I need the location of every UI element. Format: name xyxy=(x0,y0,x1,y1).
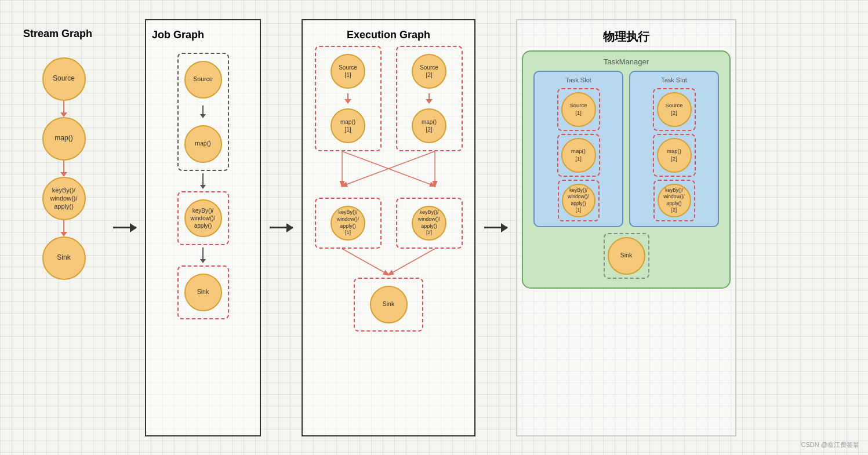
arrow-down-1 xyxy=(60,101,67,117)
stream-graph-section: Stream Graph Source map() keyBy()/window… xyxy=(17,19,110,436)
slot1-source-node: Source[1] xyxy=(561,92,596,127)
exec-map2-node: map()[2] xyxy=(412,108,446,143)
physical-sink-wrap: Sink xyxy=(530,233,722,279)
slot2-source-wrap: Source[2] xyxy=(653,88,696,131)
slot2-keyby-node: keyBy()/window()/apply()[2] xyxy=(658,184,691,217)
exec-col1-box: Source[1] map()[1] xyxy=(315,46,382,151)
svg-line-4 xyxy=(342,249,388,275)
task-slot-1: Task Slot Source[1] map()[1] keyBy()/win… xyxy=(533,71,623,227)
exec-sink-node: Sink xyxy=(370,286,408,323)
job-sink-node: Sink xyxy=(184,274,222,311)
arrow-exec-to-physical xyxy=(481,19,510,436)
exec-keyby1-node: keyBy()/window()/apply()[1] xyxy=(331,206,365,241)
execution-graph-title: Execution Graph xyxy=(347,29,430,41)
slot2-map-wrap: map()[2] xyxy=(653,134,696,177)
slot1-nodes: Source[1] map()[1] keyBy()/window()/appl… xyxy=(557,88,600,221)
slot2-map-node: map()[2] xyxy=(657,138,692,173)
job-keyby-node: keyBy()/window()/apply() xyxy=(184,199,222,237)
slot2-source-node: Source[2] xyxy=(657,92,692,127)
slot1-map-node: map()[1] xyxy=(561,138,596,173)
job-red-box-keyby: keyBy()/window()/apply() xyxy=(177,191,229,245)
arrow-down-3 xyxy=(60,220,67,236)
arrow-job-to-exec xyxy=(267,19,296,436)
slot1-source-wrap: Source[1] xyxy=(557,88,600,131)
stream-sink-node: Sink xyxy=(42,236,86,280)
exec-source1-node: Source[1] xyxy=(331,54,365,89)
job-source-node: Source xyxy=(184,61,222,99)
physical-title: 物理执行 xyxy=(603,29,649,45)
exec-sink-row: Sink xyxy=(307,278,470,332)
arrow-stream-to-job xyxy=(110,19,139,436)
stream-graph-title: Stream Graph xyxy=(23,28,92,40)
right-arrow-2 xyxy=(270,227,293,228)
job-arrow-3 xyxy=(200,247,206,263)
stream-keyby-node: keyBy()/window()/apply() xyxy=(42,177,86,220)
right-arrow-1 xyxy=(113,227,136,228)
job-map-node: map() xyxy=(184,125,222,163)
task-slots-row: Task Slot Source[1] map()[1] keyBy()/win… xyxy=(530,71,722,227)
exec-col2-box: Source[2] map()[2] xyxy=(396,46,463,151)
task-slot-2-title: Task Slot xyxy=(661,77,687,83)
physical-sink-node: Sink xyxy=(608,237,645,275)
execution-graph-section: Execution Graph Source[1] map()[1] Sourc… xyxy=(302,19,475,436)
svg-line-5 xyxy=(388,249,435,275)
right-arrow-3 xyxy=(484,227,507,228)
task-slot-2: Task Slot Source[2] map()[2] keyBy()/win… xyxy=(629,71,719,227)
stream-map-node: map() xyxy=(42,117,86,161)
physical-section: 物理执行 TaskManager Task Slot Source[1] map… xyxy=(516,19,736,436)
exec-keyby-row: keyBy()/window()/apply()[1] keyBy()/wind… xyxy=(307,198,470,249)
job-graph-inner: Source map() keyBy()/window()/apply() Si… xyxy=(152,53,254,319)
physical-sink-box: Sink xyxy=(604,233,649,279)
arrows-to-sink-svg xyxy=(307,249,470,278)
job-arrow-2 xyxy=(200,173,206,189)
exec-sink-box: Sink xyxy=(354,278,423,332)
exec-keyby2-node: keyBy()/window()/apply()[2] xyxy=(412,206,446,241)
exec-keyby1-box: keyBy()/window()/apply()[1] xyxy=(315,198,382,249)
slot1-map-wrap: map()[1] xyxy=(557,134,600,177)
arrow-down-2 xyxy=(60,161,67,177)
slot1-keyby-node: keyBy()/window()/apply()[1] xyxy=(562,184,595,217)
job-graph-section: Job Graph Source map() keyBy()/window()/… xyxy=(145,19,261,436)
watermark: CSDN @临江费签翁 xyxy=(801,441,859,449)
exec-map1-node: map()[1] xyxy=(331,108,365,143)
job-arrow-1 xyxy=(200,105,206,118)
cross-arrows-svg xyxy=(307,151,470,198)
exec-wrapper: Source[1] map()[1] Source[2] map()[2] xyxy=(307,46,470,332)
task-manager-box: TaskManager Task Slot Source[1] map()[1] xyxy=(522,50,731,289)
slot2-nodes: Source[2] map()[2] keyBy()/window()/appl… xyxy=(653,88,696,221)
exec-keyby2-box: keyBy()/window()/apply()[2] xyxy=(396,198,463,249)
slot2-keyby-wrap: keyBy()/window()/apply()[2] xyxy=(653,180,695,221)
exec-source2-node: Source[2] xyxy=(412,54,446,89)
stream-source-node: Source xyxy=(42,57,86,101)
task-manager-label: TaskManager xyxy=(530,57,722,66)
job-graph-title: Job Graph xyxy=(152,29,204,41)
slot1-keyby-wrap: keyBy()/window()/apply()[1] xyxy=(558,180,600,221)
main-container: Stream Graph Source map() keyBy()/window… xyxy=(0,0,868,455)
task-slot-1-title: Task Slot xyxy=(565,77,591,83)
stream-graph-nodes: Source map() keyBy()/window()/apply() Si… xyxy=(42,57,86,280)
exec-top-row: Source[1] map()[1] Source[2] map()[2] xyxy=(307,46,470,151)
job-black-box: Source map() xyxy=(177,53,229,171)
job-red-box-sink: Sink xyxy=(177,265,229,319)
